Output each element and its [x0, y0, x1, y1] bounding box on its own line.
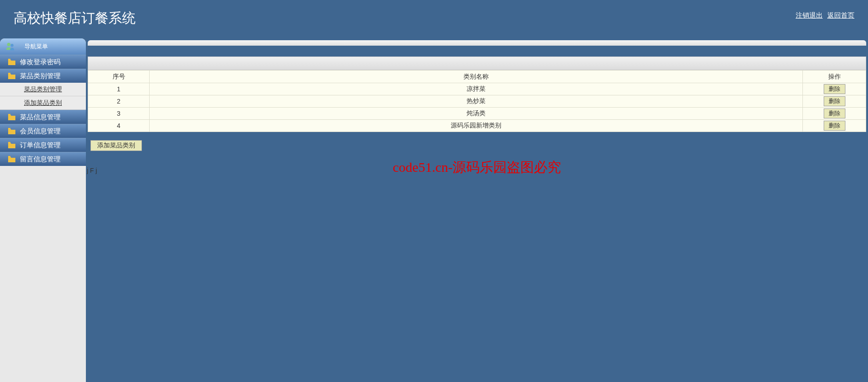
logout-link[interactable]: 注销退出 — [796, 11, 823, 19]
folder-icon — [8, 59, 15, 65]
table-header-row: 序号 类别名称 操作 — [88, 71, 866, 83]
col-name: 类别名称 — [150, 71, 803, 83]
header: 高校快餐店订餐系统 注销退出 返回首页 — [0, 0, 868, 38]
cell-ops: 删除 — [803, 120, 866, 132]
svg-point-1 — [10, 44, 13, 47]
table-row: 1凉拌菜删除 — [88, 83, 866, 95]
nav-item-label: 菜品信息管理 — [20, 113, 61, 122]
home-link[interactable]: 返回首页 — [827, 11, 854, 19]
cell-seq: 2 — [88, 95, 150, 108]
nav-item-label: 订单信息管理 — [20, 141, 61, 150]
svg-rect-4 — [8, 114, 10, 115]
delete-button[interactable]: 删除 — [824, 96, 845, 106]
delete-button[interactable]: 删除 — [824, 84, 845, 94]
watermark-text: code51.cn-源码乐园盗图必究 — [393, 158, 561, 177]
folder-icon — [8, 156, 15, 162]
folder-icon — [8, 114, 15, 120]
cell-seq: 3 — [88, 108, 150, 120]
sidebar: 导航菜单 修改登录密码 菜品类别管理 菜品类别管理 添加菜品类别 菜品信息管理 — [0, 38, 86, 382]
svg-rect-7 — [8, 156, 10, 157]
sub-item-category-add[interactable]: 添加菜品类别 — [0, 96, 86, 110]
nav-item-message[interactable]: 留言信息管理 — [0, 152, 86, 166]
cell-name: 炖汤类 — [150, 108, 803, 120]
svg-rect-6 — [8, 142, 10, 143]
nav-item-label: 会员信息管理 — [20, 127, 61, 136]
table-row: 4源码乐园新增类别删除 — [88, 120, 866, 132]
folder-icon — [8, 142, 15, 148]
nav-item-dish[interactable]: 菜品信息管理 — [0, 110, 86, 124]
content-top-bar — [88, 40, 866, 46]
cell-seq: 1 — [88, 83, 150, 95]
col-seq: 序号 — [88, 71, 150, 83]
nav-title: 导航菜单 — [24, 42, 48, 51]
category-table: 序号 类别名称 操作 1凉拌菜删除2热炒菜删除3炖汤类删除4源码乐园新增类别删除 — [88, 70, 866, 132]
delete-button[interactable]: 删除 — [824, 121, 845, 131]
svg-point-0 — [7, 43, 10, 46]
nav-item-password[interactable]: 修改登录密码 — [0, 55, 86, 69]
cell-ops: 删除 — [803, 108, 866, 120]
svg-rect-3 — [8, 73, 10, 74]
nav-item-order[interactable]: 订单信息管理 — [0, 138, 86, 152]
nav-item-label: 留言信息管理 — [20, 155, 61, 164]
stray-text: j F j — [87, 166, 97, 175]
nav-header: 导航菜单 — [0, 38, 86, 55]
delete-button[interactable]: 删除 — [824, 108, 845, 118]
folder-icon — [8, 73, 15, 79]
nav-item-category[interactable]: 菜品类别管理 — [0, 69, 86, 83]
cell-ops: 删除 — [803, 95, 866, 108]
nav-item-label: 菜品类别管理 — [20, 72, 61, 80]
col-ops: 操作 — [803, 71, 866, 83]
main-content: 序号 类别名称 操作 1凉拌菜删除2热炒菜删除3炖汤类删除4源码乐园新增类别删除… — [86, 38, 868, 382]
content-toolbar — [88, 57, 866, 70]
cell-name: 热炒菜 — [150, 95, 803, 108]
header-links: 注销退出 返回首页 — [793, 11, 854, 20]
table-row: 2热炒菜删除 — [88, 95, 866, 108]
svg-rect-5 — [8, 128, 10, 129]
folder-icon — [8, 128, 15, 134]
svg-rect-2 — [8, 59, 10, 60]
nav-item-label: 修改登录密码 — [20, 58, 61, 66]
cell-name: 源码乐园新增类别 — [150, 120, 803, 132]
cell-ops: 删除 — [803, 83, 866, 95]
table-row: 3炖汤类删除 — [88, 108, 866, 120]
add-category-button[interactable]: 添加菜品类别 — [90, 140, 142, 151]
cell-name: 凉拌菜 — [150, 83, 803, 95]
app-title: 高校快餐店订餐系统 — [14, 9, 854, 28]
nav-item-member[interactable]: 会员信息管理 — [0, 124, 86, 138]
users-icon — [5, 42, 15, 52]
sub-item-category-manage[interactable]: 菜品类别管理 — [0, 83, 86, 96]
cell-seq: 4 — [88, 120, 150, 132]
